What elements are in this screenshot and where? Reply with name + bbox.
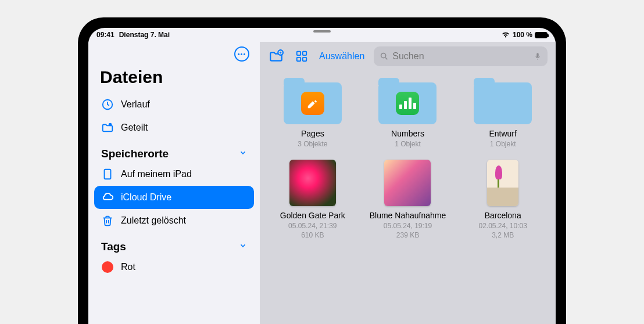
shared-folder-icon <box>101 121 114 134</box>
section-title: Tags <box>101 240 126 253</box>
wifi-icon <box>501 31 510 38</box>
status-date: Dienstag 7. Mai <box>119 31 170 39</box>
sidebar-item-label: Zuletzt gelöscht <box>121 215 186 226</box>
item-name: Barcelona <box>485 211 521 221</box>
clock-icon <box>101 98 114 111</box>
sidebar-item-label: Geteilt <box>121 123 148 133</box>
svg-point-1 <box>109 123 112 127</box>
screen: 09:41 Dienstag 7. Mai 100 % ••• Dateien <box>88 28 556 324</box>
sidebar-item-on-ipad[interactable]: Auf meinem iPad <box>94 163 254 186</box>
item-name: Entwurf <box>489 129 516 139</box>
camera-notch <box>313 30 331 33</box>
search-icon <box>380 52 389 61</box>
image-thumbnail <box>289 160 336 206</box>
sidebar-tag-red[interactable]: Rot <box>94 255 254 279</box>
image-thumbnail <box>487 160 518 206</box>
new-folder-button[interactable] <box>268 48 284 64</box>
item-sub: 1 Objekt <box>490 140 516 148</box>
item-size: 3,2 MB <box>492 231 514 239</box>
sidebar-item-icloud[interactable]: iCloud Drive <box>94 186 254 209</box>
folder-icon <box>474 82 532 124</box>
search-field[interactable] <box>374 46 548 66</box>
more-button[interactable]: ••• <box>234 46 249 62</box>
item-size: 239 KB <box>396 231 419 239</box>
battery-pct: 100 % <box>513 31 532 39</box>
toolbar: Auswählen <box>260 42 556 71</box>
locations-header[interactable]: Speicherorte <box>94 139 254 163</box>
files-app: ••• Dateien Verlauf Geteilt Speiche <box>88 42 556 324</box>
pages-app-icon <box>301 92 324 115</box>
folder-numbers[interactable]: Numbers 1 Objekt <box>363 82 453 148</box>
file-blume[interactable]: Blume Nahaufnahme 05.05.24, 19:19 239 KB <box>363 160 453 239</box>
sidebar-item-trash[interactable]: Zuletzt gelöscht <box>94 209 254 232</box>
item-name: Blume Nahaufnahme <box>370 211 446 221</box>
app-title: Dateien <box>94 67 254 93</box>
folder-entwurf[interactable]: Entwurf 1 Objekt <box>458 82 548 148</box>
chevron-down-icon <box>239 149 247 159</box>
item-date: 02.05.24, 10:03 <box>478 222 527 230</box>
sidebar-item-label: Rot <box>121 262 135 272</box>
file-barcelona[interactable]: Barcelona 02.05.24, 10:03 3,2 MB <box>458 160 548 239</box>
select-button[interactable]: Auswählen <box>319 51 364 62</box>
tag-dot-icon <box>101 261 114 273</box>
battery-icon <box>535 32 548 38</box>
svg-rect-5 <box>303 52 306 55</box>
sidebar-item-label: iCloud Drive <box>121 192 171 203</box>
file-golden-gate[interactable]: Golden Gate Park 05.05.24, 21:39 610 KB <box>268 160 357 239</box>
ipad-frame: 09:41 Dienstag 7. Mai 100 % ••• Dateien <box>78 17 566 324</box>
files-grid: Pages 3 Objekte Numbers 1 Objekt <box>260 71 556 251</box>
item-name: Golden Gate Park <box>280 211 345 221</box>
item-name: Pages <box>301 129 324 139</box>
search-input[interactable] <box>392 51 530 62</box>
trash-icon <box>101 214 114 227</box>
svg-rect-2 <box>105 170 111 179</box>
tags-header[interactable]: Tags <box>94 232 254 255</box>
view-grid-button[interactable] <box>294 48 310 64</box>
status-time: 09:41 <box>96 31 115 39</box>
folder-icon <box>284 82 342 124</box>
chevron-down-icon <box>239 242 247 252</box>
svg-point-8 <box>381 53 386 58</box>
sidebar-item-recents[interactable]: Verlauf <box>94 93 254 116</box>
folder-pages[interactable]: Pages 3 Objekte <box>268 82 357 148</box>
item-size: 610 KB <box>301 231 324 239</box>
sidebar-item-shared[interactable]: Geteilt <box>94 116 254 139</box>
section-title: Speicherorte <box>101 147 169 160</box>
sidebar-item-label: Verlauf <box>121 99 150 110</box>
main-content: Auswählen Pages <box>260 42 556 324</box>
sidebar: ••• Dateien Verlauf Geteilt Speiche <box>88 42 260 324</box>
image-thumbnail <box>384 160 431 206</box>
sidebar-item-label: Auf meinem iPad <box>121 169 192 179</box>
ipad-icon <box>101 168 114 181</box>
item-date: 05.05.24, 19:19 <box>384 222 432 230</box>
item-name: Numbers <box>391 129 424 139</box>
cloud-icon <box>101 191 114 204</box>
mic-icon[interactable] <box>534 51 542 62</box>
svg-rect-4 <box>297 52 300 55</box>
svg-rect-6 <box>297 57 300 61</box>
item-date: 05.05.24, 21:39 <box>288 222 337 230</box>
folder-icon <box>378 82 437 124</box>
svg-rect-7 <box>303 57 306 61</box>
numbers-app-icon <box>396 92 419 115</box>
item-sub: 1 Objekt <box>395 140 421 148</box>
item-sub: 3 Objekte <box>298 140 327 148</box>
